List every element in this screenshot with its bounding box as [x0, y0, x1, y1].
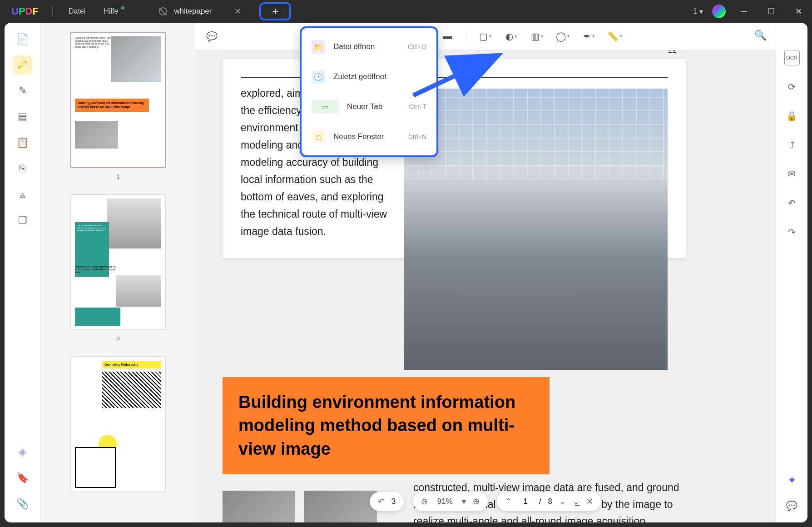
chart-icon[interactable]: ▥ — [530, 29, 544, 44]
tab-icon: ▭ — [312, 100, 339, 114]
undo-pill: ↶ 3 — [370, 492, 404, 511]
last-page-icon[interactable]: ⌄̲ — [573, 497, 579, 507]
convert-icon[interactable]: ⟳ — [784, 79, 800, 94]
rainbow-icon[interactable] — [712, 5, 726, 18]
zoom-pill: ⊖ 91% ▾ ⊕ — [413, 492, 488, 511]
account-dropdown[interactable]: 1 ▾ — [693, 7, 703, 16]
thumb-num-2: 2 — [50, 335, 186, 343]
layers-icon[interactable]: ◈ — [13, 442, 32, 462]
stamp-icon[interactable]: ◯ — [555, 29, 570, 44]
next-page-icon[interactable]: ⌄ — [559, 497, 566, 507]
zoom-value: 91% — [435, 497, 455, 506]
sticker-icon[interactable]: ◐ — [504, 29, 518, 44]
thumbnails-panel: Combined with practical cases, the build… — [41, 23, 195, 522]
measure-icon[interactable]: 📏 — [607, 29, 622, 44]
titlebar: UPDF Datei Hilfe whitepaper ✕ + 1 ▾ ─ ☐ … — [0, 0, 812, 23]
undo-side-icon[interactable]: ↶ — [784, 195, 800, 211]
search-icon[interactable]: 🔍 — [754, 30, 767, 41]
bottom-controls: ↶ 3 ⊖ 91% ▾ ⊕ ⌃ 1 / 8 ⌄ ⌄̲ ✕ — [370, 492, 601, 511]
attachment-icon[interactable]: 📎 — [13, 494, 32, 513]
edit-mode-icon[interactable]: ✎ — [13, 81, 32, 100]
reader-mode-icon[interactable]: 📄 — [13, 30, 32, 49]
email-icon[interactable]: ✉ — [784, 166, 800, 182]
bookmark-icon[interactable]: 🔖 — [13, 468, 32, 487]
tab-title: whitepaper — [174, 7, 212, 16]
folder-icon: 📁 — [312, 40, 325, 54]
pages-mode-icon[interactable]: ▤ — [13, 107, 32, 126]
document-area: 💬 T ⌐T ▲ ▬ ▢ ◐ ▥ ◯ ✒ 📏 🔍 12 explored, ai… — [195, 23, 776, 522]
close-nav-icon[interactable]: ✕ — [586, 497, 593, 507]
app-logo: UPDF — [11, 5, 39, 17]
thumbnail-item[interactable]: Geometric Philosophy — [50, 356, 186, 492]
minimize-icon[interactable]: ─ — [735, 7, 753, 16]
document-image — [404, 89, 668, 370]
protect-icon[interactable]: 🔒 — [784, 108, 800, 124]
menu-help[interactable]: Hilfe — [94, 7, 127, 15]
page-total: 8 — [548, 497, 552, 506]
new-tab-button[interactable]: + — [259, 2, 291, 20]
document-heading: Building environment information modelin… — [238, 391, 534, 461]
shape-icon[interactable]: ▢ — [478, 29, 492, 44]
undo-count: 3 — [391, 497, 396, 506]
compare-icon[interactable]: ⎘ — [13, 159, 32, 178]
document-tab[interactable]: whitepaper ✕ — [145, 2, 255, 20]
signature-icon[interactable]: ✒ — [581, 29, 596, 44]
document-heading-box: Building environment information modelin… — [223, 377, 550, 474]
form-mode-icon[interactable]: 📋 — [13, 133, 32, 152]
thumbnail-item[interactable]: The practical results show that altitude… — [50, 194, 186, 343]
zoom-in-icon[interactable]: ⊕ — [473, 497, 480, 507]
dropdown-recent[interactable]: 🕐 Zuletzt geöffnet — [302, 62, 436, 92]
document-page: 12 explored, aiming at improving the eff… — [223, 59, 686, 258]
close-tab-icon[interactable]: ✕ — [234, 6, 241, 16]
dropdown-new-tab[interactable]: ▭ Neuer Tab Ctrl+T — [302, 92, 436, 122]
thumb-num-1: 1 — [50, 173, 186, 180]
page-current[interactable]: 1 — [519, 497, 532, 506]
ai-sparkle-icon[interactable] — [786, 474, 798, 487]
left-sidebar: 📄 🖍 ✎ ▤ 📋 ⎘ ⟁ ❐ ◈ 🔖 📎 — [5, 23, 41, 522]
area-highlight-icon[interactable]: ▬ — [440, 29, 455, 44]
dropdown-new-window[interactable]: ◻ Neues Fenster Ctrl+N — [302, 122, 436, 152]
chat-icon[interactable]: 💬 — [784, 498, 800, 513]
maximize-icon[interactable]: ☐ — [762, 6, 780, 16]
zoom-dropdown-icon[interactable]: ▾ — [462, 497, 466, 507]
share-icon[interactable]: ⤴ — [784, 137, 800, 153]
clock-icon: 🕐 — [312, 70, 325, 84]
new-tab-dropdown: 📁 Datei öffnen Ctrl+O 🕐 Zuletzt geöffnet… — [300, 26, 438, 157]
zoom-out-icon[interactable]: ⊖ — [421, 497, 428, 507]
window-icon: ◻ — [312, 130, 325, 144]
close-window-icon[interactable]: ✕ — [789, 6, 807, 16]
ocr-icon[interactable]: OCR — [784, 50, 800, 65]
undo-icon[interactable]: ↶ — [378, 497, 385, 507]
redo-side-icon[interactable]: ↷ — [784, 224, 800, 240]
first-page-icon[interactable]: ⌃ — [505, 497, 512, 507]
crop-icon[interactable]: ⟁ — [13, 185, 32, 204]
thumbnail-item[interactable]: Combined with practical cases, the build… — [50, 32, 186, 180]
comment-icon[interactable]: 💬 — [204, 29, 219, 44]
dropdown-open-file[interactable]: 📁 Datei öffnen Ctrl+O — [302, 32, 436, 62]
tab-document-icon — [159, 7, 167, 15]
divider — [52, 6, 53, 17]
annotation-toolbar: 💬 T ⌐T ▲ ▬ ▢ ◐ ▥ ◯ ✒ 📏 — [195, 23, 776, 50]
highlight-mode-icon[interactable]: 🖍 — [13, 55, 32, 75]
menu-file[interactable]: Datei — [59, 7, 94, 15]
page-nav-pill: ⌃ 1 / 8 ⌄ ⌄̲ ✕ — [497, 492, 601, 511]
stack-icon[interactable]: ❐ — [13, 211, 32, 230]
right-sidebar: OCR ⟳ 🔒 ⤴ ✉ ↶ ↷ 💬 — [776, 23, 807, 522]
